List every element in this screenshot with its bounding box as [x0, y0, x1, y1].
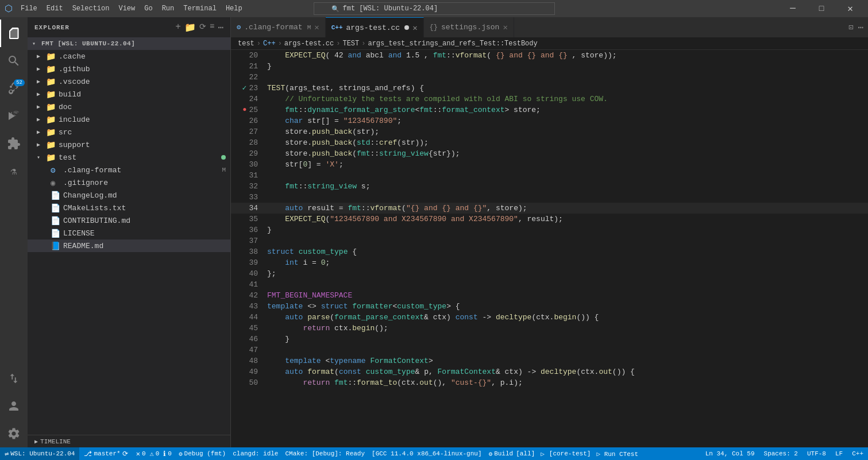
status-build-label: Build — [494, 450, 513, 457]
tree-item-test[interactable]: ▾ 📁 test — [28, 151, 230, 164]
menu-view[interactable]: View — [114, 3, 140, 14]
more-actions-icon[interactable]: ⋯ — [218, 22, 223, 33]
menu-go[interactable]: Go — [140, 3, 157, 14]
code-line-50: return fmt::format_to(ctx.out(), "cust-{… — [263, 377, 868, 388]
status-debug-label: Debug (fmt) — [184, 450, 226, 457]
tree-item-cmakelists[interactable]: 📄 CMakeLists.txt — [28, 202, 230, 214]
line-num-23: ✓ 23 — [231, 83, 263, 94]
status-language[interactable]: C++ — [847, 447, 868, 460]
tree-item-readme[interactable]: 📘 README.md — [28, 239, 230, 252]
menu-run[interactable]: Run — [157, 3, 179, 14]
status-build[interactable]: ⚙ Build [all] — [485, 447, 539, 460]
tab-close-settings[interactable]: ✕ — [503, 22, 507, 32]
tab-settings[interactable]: {} settings.json ✕ — [424, 17, 514, 37]
tree-item-support[interactable]: ▶ 📁 support — [28, 138, 230, 151]
folder-label-vscode: .vscode — [59, 78, 230, 86]
tab-close-args[interactable]: ✕ — [412, 23, 417, 33]
status-line-col[interactable]: Ln 34, Col 59 — [701, 447, 759, 460]
code-line-31 — [263, 170, 868, 181]
activity-item-testing[interactable]: ⚗ — [0, 157, 28, 185]
tree-item-clang-format[interactable]: ⚙ .clang-format M — [28, 164, 230, 176]
status-branch[interactable]: ⎇ master* ⟳ — [79, 447, 132, 460]
folder-chevron: ▶ — [37, 129, 46, 136]
tree-item-build[interactable]: ▶ 📁 build — [28, 88, 230, 100]
code-line-27: store.push_back(str); — [263, 126, 868, 137]
status-debug[interactable]: ⚙ Debug (fmt) — [175, 447, 229, 460]
status-run-ctest[interactable]: ▷ Run CTest — [593, 447, 642, 460]
activity-item-accounts[interactable] — [0, 392, 28, 420]
tab-label-args: args-test.cc — [346, 24, 400, 32]
status-cmake[interactable]: CMake: [Debug]: Ready — [281, 447, 368, 460]
tree-item-license[interactable]: 📄 LICENSE — [28, 227, 230, 239]
status-encoding[interactable]: UTF-8 — [803, 447, 831, 460]
breadcrumb-item-testbody[interactable]: args_test_strings_and_refs_Test::TestBod… — [368, 40, 537, 48]
close-button[interactable]: ✕ — [837, 0, 863, 17]
tab-clang-format[interactable]: ⚙ .clang-format M ✕ — [231, 17, 326, 37]
status-spaces[interactable]: Spaces: 2 — [759, 447, 803, 460]
more-tabs-icon[interactable]: ⋯ — [858, 22, 863, 33]
file-icon-license: 📄 — [51, 229, 61, 238]
tree-item-doc[interactable]: ▶ 📁 doc — [28, 100, 230, 113]
status-test-name[interactable]: [core-test] — [547, 447, 593, 460]
new-folder-icon[interactable]: 📁 — [184, 22, 196, 33]
tree-item-contributing[interactable]: 📄 CONTRIBUTING.md — [28, 214, 230, 227]
menu-file[interactable]: File — [16, 3, 42, 14]
breadcrumb-item-file[interactable]: args-test.cc — [284, 40, 334, 48]
folder-icon-doc: 📁 — [46, 102, 56, 112]
code-line-23: TEST(args_test, strings_and_refs) { — [263, 83, 868, 94]
code-line-45: return ctx.begin(); — [263, 323, 868, 334]
tab-close-clang[interactable]: ✕ — [314, 22, 319, 32]
folder-label-include: include — [59, 115, 230, 124]
code-content[interactable]: EXPECT_EQ( 42 and abcl and 1.5 , fmt::vf… — [263, 50, 868, 447]
tree-item-github[interactable]: ▶ 📁 .github — [28, 63, 230, 75]
maximize-button[interactable]: □ — [808, 0, 835, 17]
breadcrumb-item-test[interactable]: test — [238, 40, 254, 48]
error-icon: ✕ — [136, 450, 140, 458]
activity-item-source-control[interactable]: 52 — [0, 75, 28, 102]
line-num-31: 31 — [231, 170, 263, 181]
status-errors[interactable]: ✕ 0 ⚠ 0 ℹ 0 — [133, 447, 175, 460]
menu-edit[interactable]: Edit — [42, 3, 68, 14]
status-wsl-label: WSL: Ubuntu-22.04 — [10, 450, 75, 457]
status-gcc[interactable]: [GCC 11.4.0 x86_64-linux-gnu] — [368, 447, 485, 460]
status-run-btn[interactable]: ▷ — [538, 447, 547, 460]
activity-item-settings[interactable] — [0, 420, 28, 447]
activity-item-run[interactable] — [0, 102, 28, 130]
collapse-icon[interactable]: ≡ — [210, 22, 214, 33]
tree-item-src[interactable]: ▶ 📁 src — [28, 126, 230, 138]
tree-item-gitignore[interactable]: ◉ .gitignore — [28, 176, 230, 189]
tab-modified-clang: M — [307, 24, 311, 31]
folder-label-support: support — [59, 141, 230, 149]
activity-item-remote[interactable] — [0, 365, 28, 392]
activity-item-explorer[interactable] — [0, 20, 28, 47]
breadcrumb-item-cpp[interactable]: C++ — [263, 40, 276, 48]
menu-help[interactable]: Help — [221, 3, 247, 14]
tab-args-test[interactable]: C++ args-test.cc ✕ — [326, 17, 424, 37]
tree-item-cache[interactable]: ▶ 📁 .cache — [28, 50, 230, 63]
menu-terminal[interactable]: Terminal — [179, 3, 221, 14]
minimize-button[interactable]: ─ — [780, 0, 806, 17]
status-clangd[interactable]: clangd: idle — [229, 447, 281, 460]
refresh-icon[interactable]: ⟳ — [199, 22, 206, 33]
split-editor-icon[interactable]: ⊡ — [848, 22, 853, 32]
activity-item-extensions[interactable] — [0, 130, 28, 157]
titlebar-search[interactable]: 🔍 fmt [WSL: Ubuntu-22.04] — [314, 2, 555, 15]
tree-item-vscode[interactable]: ▶ 📁 .vscode — [28, 75, 230, 88]
timeline-panel[interactable]: ▶ TIMELINE — [28, 435, 230, 447]
tree-item-changelog[interactable]: 📄 ChangeLog.md — [28, 189, 230, 202]
line-num-26: 26 — [231, 115, 263, 126]
file-label-cmakelists: CMakeLists.txt — [63, 204, 230, 212]
code-line-38: struct custom_type { — [263, 246, 868, 257]
activity-item-search[interactable] — [0, 47, 28, 75]
tree-item-root[interactable]: ▾ FMT [WSL: UBUNTU-22.04] — [28, 37, 230, 50]
line-num-32: 32 — [231, 181, 263, 192]
line-num-48: 48 — [231, 355, 263, 366]
line-num-21: 21 — [231, 61, 263, 72]
tree-item-include[interactable]: ▶ 📁 include — [28, 113, 230, 126]
breadcrumb-item-test-macro[interactable]: TEST — [342, 40, 359, 48]
status-wsl[interactable]: ⇌ WSL: Ubuntu-22.04 — [0, 447, 79, 460]
menu-selection[interactable]: Selection — [68, 3, 114, 14]
new-file-icon[interactable]: + — [175, 22, 181, 33]
folder-chevron: ▶ — [37, 78, 46, 85]
status-line-ending[interactable]: LF — [831, 447, 847, 460]
